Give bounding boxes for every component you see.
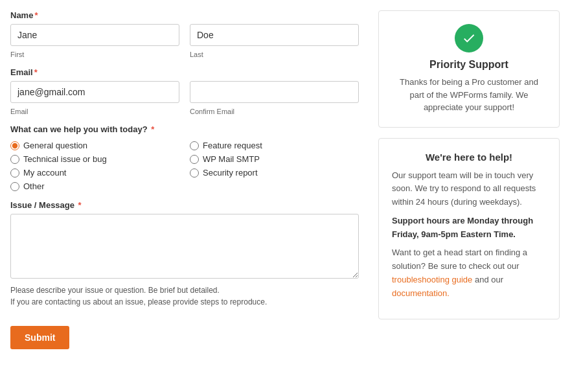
documentation-link[interactable]: documentation. (392, 288, 450, 298)
help-topic-group: What can we help you with today? * Gener… (10, 124, 359, 191)
radio-item-security: Security report (190, 168, 359, 178)
name-sublabels: First Last (10, 49, 359, 58)
radio-account-label[interactable]: My account (23, 168, 66, 178)
radio-wpmail[interactable] (190, 155, 199, 164)
check-circle-icon (455, 24, 483, 52)
radio-general-label[interactable]: General question (23, 141, 87, 150)
help-card: We're here to help! Our support team wil… (378, 138, 560, 319)
email-input[interactable] (10, 81, 179, 103)
message-required-star: * (76, 200, 82, 210)
last-name-input[interactable] (190, 24, 359, 46)
help-para1: Our support team will be in touch very s… (392, 169, 546, 209)
contact-form: Name* First Last Email* (10, 10, 365, 349)
email-label: Email* (10, 67, 359, 77)
submit-button[interactable]: Submit (10, 326, 69, 349)
radio-feature-label[interactable]: Feature request (203, 141, 262, 150)
checkmark-svg (462, 31, 476, 45)
email-field (10, 81, 179, 103)
radio-other-label[interactable]: Other (23, 181, 45, 191)
name-label: Name* (10, 10, 359, 20)
radio-feature[interactable] (190, 141, 199, 150)
name-required-star: * (34, 10, 38, 20)
name-inputs-row (10, 24, 359, 46)
priority-support-card: Priority Support Thanks for being a Pro … (378, 10, 560, 128)
help-card-title: We're here to help! (392, 152, 546, 163)
first-name-input[interactable] (10, 24, 179, 46)
confirm-email-sublabel: Confirm Email (190, 108, 359, 115)
radio-wpmail-label[interactable]: WP Mail SMTP (203, 154, 260, 164)
radio-general[interactable] (10, 141, 19, 150)
confirm-email-input[interactable] (190, 81, 359, 103)
confirm-email-field (190, 81, 359, 103)
radio-options-grid: General question Feature request Technic… (10, 141, 359, 191)
radio-security[interactable] (190, 168, 199, 178)
message-textarea[interactable] (10, 214, 359, 279)
right-sidebar: Priority Support Thanks for being a Pro … (378, 10, 560, 349)
name-field-group: Name* First Last (10, 10, 359, 58)
radio-item-wpmail: WP Mail SMTP (190, 154, 359, 164)
message-field-group: Issue / Message * Please describe your i… (10, 200, 359, 308)
radio-security-label[interactable]: Security report (203, 168, 258, 178)
radio-technical[interactable] (10, 155, 19, 164)
radio-item-general: General question (10, 141, 179, 150)
help-required-star: * (149, 124, 155, 134)
email-field-group: Email* Email Confirm Email (10, 67, 359, 115)
radio-item-account: My account (10, 168, 179, 178)
radio-item-other: Other (10, 181, 179, 191)
message-hint: Please describe your issue or question. … (10, 284, 359, 308)
first-name-field (10, 24, 179, 46)
radio-item-technical: Technical issue or bug (10, 154, 179, 164)
priority-title: Priority Support (392, 59, 546, 71)
email-inputs-row (10, 81, 359, 103)
first-sublabel: First (10, 51, 179, 58)
email-required-star: * (34, 67, 38, 77)
last-name-field (190, 24, 359, 46)
radio-account[interactable] (10, 168, 19, 178)
email-sublabels: Email Confirm Email (10, 106, 359, 115)
message-label: Issue / Message * (10, 200, 359, 210)
priority-text: Thanks for being a Pro customer and part… (392, 76, 546, 114)
radio-item-feature: Feature request (190, 141, 359, 150)
email-sublabel: Email (10, 108, 179, 115)
radio-technical-label[interactable]: Technical issue or bug (23, 154, 107, 164)
help-para3: Want to get a head start on finding a so… (392, 246, 546, 300)
help-topic-label: What can we help you with today? * (10, 124, 359, 134)
last-sublabel: Last (190, 51, 359, 58)
troubleshooting-guide-link[interactable]: troubleshooting guide (392, 275, 472, 284)
radio-other[interactable] (10, 182, 19, 191)
help-para2: Support hours are Monday through Friday,… (392, 214, 546, 242)
